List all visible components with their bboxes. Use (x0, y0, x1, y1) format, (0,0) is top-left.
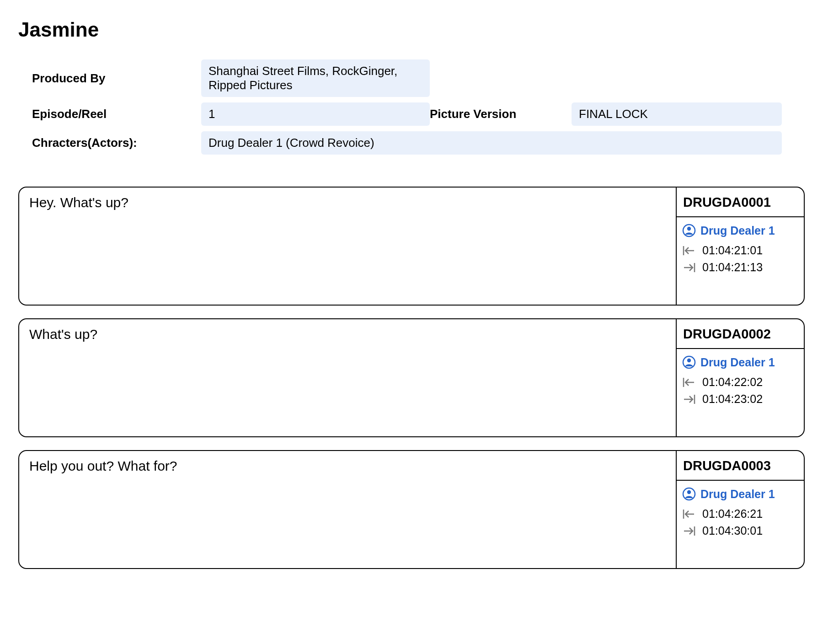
timecode-in: 01:04:21:01 (702, 244, 763, 257)
timecode-in-row: 01:04:22:02 (682, 376, 798, 389)
cue-card: Hey. What's up?DRUGDA0001Drug Dealer 101… (18, 187, 805, 306)
picture-version-label: Picture Version (430, 102, 572, 126)
cue-card: Help you out? What for?DRUGDA0003Drug De… (18, 450, 805, 569)
cue-right-panel: DRUGDA0002Drug Dealer 101:04:22:0201:04:… (676, 319, 804, 436)
cue-id: DRUGDA0001 (677, 188, 804, 217)
cue-id: DRUGDA0002 (677, 319, 804, 349)
produced-by-value: Shanghai Street Films, RockGinger, Rippe… (201, 59, 430, 97)
cue-dialogue: Hey. What's up? (19, 188, 676, 305)
cue-right-panel: DRUGDA0003Drug Dealer 101:04:26:2101:04:… (676, 451, 804, 568)
cue-meta: Drug Dealer 101:04:26:2101:04:30:01 (677, 481, 804, 547)
cue-id: DRUGDA0003 (677, 451, 804, 481)
person-icon (682, 487, 696, 501)
timecode-in-icon (682, 509, 696, 520)
person-icon (682, 224, 696, 237)
characters-label: Chracters(Actors): (32, 131, 201, 155)
timecode-in-icon (682, 377, 696, 388)
svg-point-13 (687, 490, 691, 494)
character-name: Drug Dealer 1 (700, 488, 775, 501)
person-icon (682, 355, 696, 369)
episode-label: Episode/Reel (32, 102, 201, 126)
character-row: Drug Dealer 1 (682, 355, 798, 369)
timecode-out-row: 01:04:30:01 (682, 524, 798, 537)
page-title: Jasmine (18, 18, 805, 41)
produced-by-label: Produced By (32, 59, 201, 97)
timecode-out-row: 01:04:23:02 (682, 392, 798, 406)
timecode-in-icon (682, 245, 696, 256)
svg-point-7 (687, 359, 691, 362)
picture-version-value: FINAL LOCK (572, 102, 782, 126)
cue-dialogue: What's up? (19, 319, 676, 436)
timecode-out-row: 01:04:21:13 (682, 261, 798, 274)
meta-empty-cell (572, 59, 782, 97)
svg-point-1 (687, 227, 691, 231)
characters-value: Drug Dealer 1 (Crowd Revoice) (201, 131, 782, 155)
timecode-out: 01:04:30:01 (702, 524, 763, 537)
cue-meta: Drug Dealer 101:04:21:0101:04:21:13 (677, 217, 804, 284)
cue-card: What's up?DRUGDA0002Drug Dealer 101:04:2… (18, 318, 805, 437)
meta-grid: Produced By Shanghai Street Films, RockG… (18, 59, 805, 155)
character-row: Drug Dealer 1 (682, 224, 798, 237)
timecode-out-icon (682, 526, 696, 537)
character-name: Drug Dealer 1 (700, 224, 775, 237)
character-name: Drug Dealer 1 (700, 356, 775, 369)
cue-dialogue: Help you out? What for? (19, 451, 676, 568)
timecode-out-icon (682, 394, 696, 405)
episode-value: 1 (201, 102, 430, 126)
timecode-out: 01:04:21:13 (702, 261, 763, 274)
timecode-out-icon (682, 262, 696, 273)
cue-right-panel: DRUGDA0001Drug Dealer 101:04:21:0101:04:… (676, 188, 804, 305)
cues-container: Hey. What's up?DRUGDA0001Drug Dealer 101… (18, 187, 805, 569)
timecode-in-row: 01:04:21:01 (682, 244, 798, 257)
cue-meta: Drug Dealer 101:04:22:0201:04:23:02 (677, 349, 804, 416)
character-row: Drug Dealer 1 (682, 487, 798, 501)
timecode-out: 01:04:23:02 (702, 392, 763, 406)
timecode-in: 01:04:22:02 (702, 376, 763, 389)
meta-empty-cell (430, 59, 572, 97)
timecode-in-row: 01:04:26:21 (682, 507, 798, 521)
timecode-in: 01:04:26:21 (702, 507, 763, 521)
